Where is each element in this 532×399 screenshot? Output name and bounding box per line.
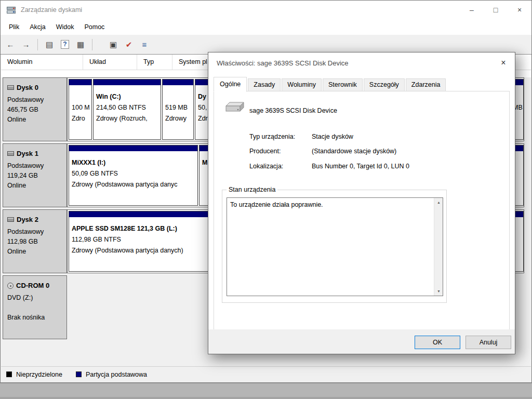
menu-plik[interactable]: Plik (4, 21, 24, 33)
device-status-textbox[interactable]: To urządzenie działa poprawnie. ▲ ▼ (227, 197, 443, 296)
tab-ogolne[interactable]: Ogólne (214, 77, 247, 92)
partition-system[interactable]: 100 M Zdro (69, 79, 92, 140)
menu-akcja[interactable]: Akcja (24, 21, 51, 33)
partition-status: Zdrowy (163, 113, 193, 124)
tab-zdarzenia[interactable]: Zdarzenia (406, 78, 446, 91)
table-view-icon[interactable]: ▦ (74, 38, 87, 51)
disk-name-row: Dysk 2 (7, 216, 62, 223)
general-tab-panel: sage 3639S SCSI Disk Device Typ urządzen… (214, 91, 510, 330)
partition-win-c[interactable]: Win (C:) 214,50 GB NTFS Zdrowy (Rozruch, (93, 79, 161, 140)
partition-name (163, 91, 193, 102)
maximize-button[interactable]: □ (484, 1, 508, 19)
column-wolumin[interactable]: Wolumin (1, 55, 83, 70)
partition-mixxx1[interactable]: MiXXX1 (I:) 50,09 GB NTFS Zdrowy (Podsta… (69, 145, 198, 206)
partition-color-band (163, 79, 193, 85)
partition-size: 519 MB (163, 102, 193, 113)
partition-name: MiXXX1 (I:) (69, 157, 197, 168)
tab-szczegoly[interactable]: Szczegóły (364, 78, 405, 91)
disk-type: Podstawowy (7, 161, 62, 171)
dialog-titlebar: Właściwości: sage 3639S SCSI Disk Device (208, 52, 515, 73)
device-status-text: To urządzenie działa poprawnie. (230, 201, 430, 209)
help-icon[interactable]: ? (58, 38, 72, 51)
disk-name: Dysk 0 (17, 84, 38, 91)
menu-widok[interactable]: Widok (51, 21, 79, 33)
tab-woluminy[interactable]: Woluminy (282, 78, 322, 91)
partition-name: Win (C:) (94, 91, 161, 102)
partition-color-band (69, 79, 91, 85)
ok-button[interactable]: OK (415, 336, 460, 349)
field-label-manufacturer: Producent: (249, 148, 281, 155)
dialog-tabs: Ogólne Zasady Woluminy Sterownik Szczegó… (214, 77, 447, 91)
dialog-footer: OK Anuluj (208, 329, 515, 354)
disk-device-icon (224, 100, 245, 115)
device-manager-icon[interactable]: ▣ (107, 38, 120, 51)
column-typ[interactable]: Typ (137, 55, 172, 70)
unallocated-swatch (6, 371, 12, 377)
close-button[interactable]: × (508, 1, 531, 19)
legend-primary-partition: Partycja podstawowa (76, 371, 147, 378)
disk-size: 119,24 GB (7, 171, 62, 181)
partition-size: 214,50 GB NTFS (94, 102, 161, 113)
partition-size: 50,09 GB NTFS (69, 168, 197, 179)
cancel-button[interactable]: Anuluj (466, 336, 511, 349)
taskbar[interactable] (0, 383, 532, 399)
window-controls: – □ × (460, 1, 531, 19)
disk-header-dysk0[interactable]: Dysk 0 Podstawowy 465,75 GB Online (3, 77, 67, 141)
tab-zasady[interactable]: Zasady (248, 78, 281, 91)
scroll-down-icon[interactable]: ▼ (434, 287, 443, 296)
disk-size: 465,75 GB (7, 105, 62, 115)
legend-label: Nieprzydzielone (16, 371, 62, 378)
legend-bar: Nieprzydzielone Partycja podstawowa (1, 366, 531, 382)
disk-header-cdrom0[interactable]: CD-ROM 0 DVD (Z:) Brak nośnika (3, 275, 67, 339)
partition-status: Zdrowy (Podstawowa partycja danyc (69, 179, 197, 190)
cd-rom-icon (7, 283, 14, 289)
back-arrow-icon[interactable]: ← (4, 38, 17, 51)
tab-sterownik[interactable]: Sterownik (323, 78, 363, 91)
check-disk-icon[interactable]: ✔ (122, 38, 136, 51)
disk-header-dysk2[interactable]: Dysk 2 Podstawowy 112,98 GB Online (3, 209, 67, 273)
disk-status: Online (7, 181, 62, 191)
disk-type: Podstawowy (7, 227, 62, 237)
menubar: Plik Akcja Widok Pomoc (1, 19, 531, 35)
disk-name-row: Dysk 1 (7, 150, 62, 157)
disk-name: CD-ROM 0 (16, 282, 49, 289)
scrollbar[interactable]: ▲ ▼ (434, 198, 443, 296)
list-view-icon[interactable]: ≡ (138, 38, 151, 51)
partition-status: Zdro (69, 113, 91, 124)
disk-size: 112,98 GB (7, 237, 62, 247)
primary-partition-swatch (76, 371, 82, 377)
scroll-up-icon[interactable]: ▲ (434, 198, 443, 207)
forward-arrow-icon[interactable]: → (19, 38, 33, 51)
harddisk-icon (7, 151, 14, 156)
partition-status: Zdrowy (Rozruch, (94, 113, 161, 124)
disk-name: Dysk 1 (17, 150, 38, 157)
minimize-button[interactable]: – (460, 1, 484, 19)
disk-status: Brak nośnika (7, 313, 62, 323)
field-label-device-type: Typ urządzenia: (249, 133, 295, 140)
window-title: Zarządzanie dyskami (21, 6, 82, 14)
partition-color-band (69, 145, 197, 151)
disk-status: Online (7, 247, 62, 257)
app-icon (7, 6, 16, 14)
disk-name-row: CD-ROM 0 (7, 282, 62, 289)
harddisk-icon (7, 217, 14, 222)
groupbox-title: Stan urządzenia (227, 186, 277, 193)
partition-recovery[interactable]: 519 MB Zdrowy (162, 79, 194, 140)
device-name: sage 3639S SCSI Disk Device (249, 107, 337, 114)
partition-size: 100 M (69, 102, 91, 113)
screen: Zarządzanie dyskami – □ × Plik Akcja Wid… (0, 0, 532, 399)
toolbar-separator (92, 39, 92, 50)
disk-header-dysk1[interactable]: Dysk 1 Podstawowy 119,24 GB Online (3, 143, 67, 207)
disk-type: Podstawowy (7, 95, 62, 105)
titlebar: Zarządzanie dyskami – □ × (1, 1, 531, 19)
disk-status: Online (7, 115, 62, 125)
menu-pomoc[interactable]: Pomoc (79, 21, 110, 33)
device-status-groupbox: Stan urządzenia To urządzenie działa pop… (222, 190, 447, 303)
partition-name (69, 91, 91, 102)
dialog-close-icon[interactable]: × (492, 52, 515, 73)
field-value-location: Bus Number 0, Target Id 0, LUN 0 (312, 163, 409, 170)
legend-unallocated: Nieprzydzielone (6, 371, 62, 378)
pane-view-icon[interactable]: ▤ (43, 38, 56, 51)
column-uklad[interactable]: Układ (83, 55, 137, 70)
disk-name: Dysk 2 (17, 216, 38, 223)
